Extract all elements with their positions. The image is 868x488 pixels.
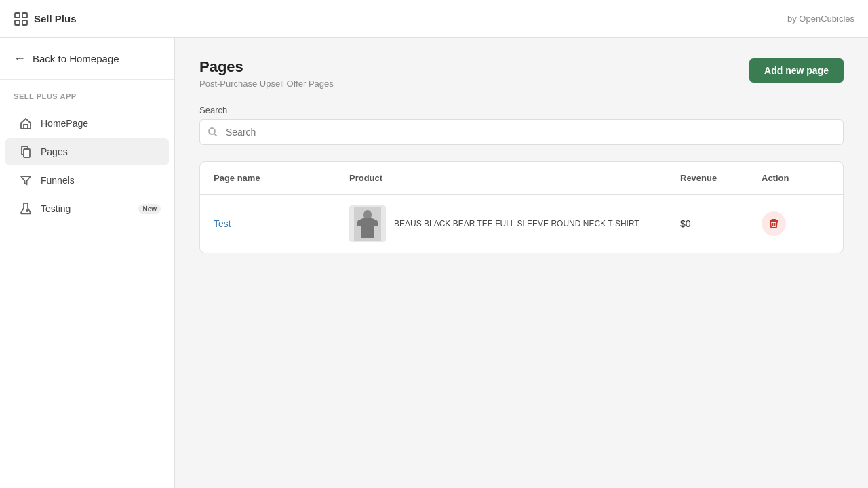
svg-rect-2: [15, 20, 20, 25]
svg-rect-0: [15, 13, 20, 18]
app-name: Sell Plus: [34, 13, 77, 24]
sidebar-item-pages-label: Pages: [41, 146, 68, 157]
cell-revenue: $0: [680, 218, 762, 229]
search-icon: [208, 127, 218, 138]
sidebar-item-homepage-label: HomePage: [41, 118, 88, 129]
product-image-placeholder: [354, 207, 381, 241]
search-input[interactable]: [199, 119, 844, 145]
search-label: Search: [199, 105, 844, 115]
app-logo-icon: [14, 12, 28, 26]
cell-product: BEAUS BLACK BEAR TEE FULL SLEEVE ROUND N…: [349, 205, 680, 242]
svg-point-6: [26, 210, 28, 211]
home-icon: [19, 117, 33, 130]
pages-table: Page name Product Revenue Action Test: [199, 161, 844, 253]
page-title: Pages: [199, 58, 334, 76]
product-name-text: BEAUS BLACK BEAR TEE FULL SLEEVE ROUND N…: [394, 219, 639, 228]
col-revenue: Revenue: [680, 173, 762, 183]
sidebar-item-funnels[interactable]: Funnels: [5, 167, 169, 194]
table-row: Test BEAUS BLACK BEAR TEE FULL SLEEVE RO…: [200, 195, 843, 253]
delete-page-button[interactable]: [762, 211, 786, 236]
svg-rect-3: [22, 20, 27, 25]
topbar: Sell Plus by OpenCubicles: [0, 0, 868, 38]
back-to-homepage-label: Back to Homepage: [33, 53, 119, 64]
search-wrapper: [199, 119, 844, 145]
trash-icon: [768, 218, 779, 229]
testing-icon: [19, 202, 33, 216]
sidebar-item-funnels-label: Funnels: [41, 175, 75, 186]
svg-rect-5: [24, 149, 30, 157]
page-subtitle: Post-Purchase Upsell Offer Pages: [199, 79, 334, 89]
main-content: Pages Post-Purchase Upsell Offer Pages A…: [175, 38, 868, 488]
app-brand: Sell Plus: [14, 12, 77, 26]
sidebar-nav: HomePage Pages Funnels: [0, 106, 174, 226]
sidebar-item-homepage[interactable]: HomePage: [5, 110, 169, 137]
app-attribution: by OpenCubicles: [787, 14, 854, 24]
table-header: Page name Product Revenue Action: [200, 162, 843, 195]
svg-point-7: [209, 128, 215, 134]
col-page-name: Page name: [214, 173, 349, 183]
product-thumbnail: [349, 205, 386, 242]
back-to-homepage-link[interactable]: ← Back to Homepage: [0, 38, 174, 80]
sidebar-item-testing[interactable]: Testing New: [5, 195, 169, 222]
funnels-icon: [19, 174, 33, 187]
col-product: Product: [349, 173, 680, 183]
sidebar-item-testing-label: Testing: [41, 203, 71, 214]
pages-icon: [19, 145, 33, 159]
add-new-page-button[interactable]: Add new page: [749, 58, 844, 83]
main-layout: ← Back to Homepage SELL PLUS APP HomePag…: [0, 38, 868, 488]
page-title-group: Pages Post-Purchase Upsell Offer Pages: [199, 58, 334, 89]
sidebar-section-label: SELL PLUS APP: [0, 80, 174, 106]
sidebar: ← Back to Homepage SELL PLUS APP HomePag…: [0, 38, 175, 488]
page-header: Pages Post-Purchase Upsell Offer Pages A…: [199, 58, 844, 89]
page-name-link[interactable]: Test: [214, 218, 231, 229]
svg-rect-1: [22, 13, 27, 18]
cell-action: [762, 211, 829, 236]
back-arrow-icon: ←: [14, 52, 26, 66]
cell-page-name: Test: [214, 218, 349, 229]
testing-new-badge: New: [138, 204, 161, 214]
sidebar-item-pages[interactable]: Pages: [5, 138, 169, 165]
col-action: Action: [762, 173, 829, 183]
